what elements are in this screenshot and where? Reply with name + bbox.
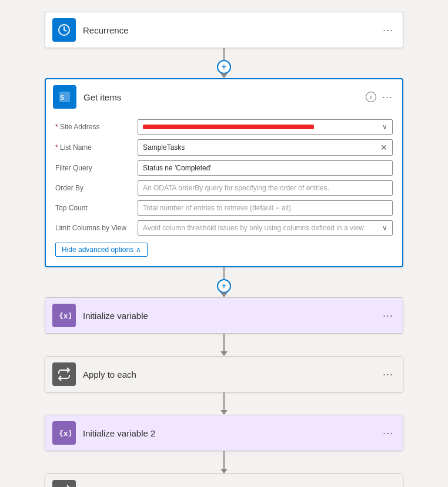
init-var2-more-icon: ··· xyxy=(383,427,393,439)
top-count-input[interactable]: Total number of entries to retrieve (def… xyxy=(138,200,393,216)
get-items-header: S Get items i ··· xyxy=(46,79,402,115)
init-var2-header: {x} Initialize variable 2 ··· xyxy=(45,415,403,451)
order-by-row: Order By An ODATA orderBy query for spec… xyxy=(55,180,393,196)
initialize-variable2-step: {x} Initialize variable 2 ··· xyxy=(45,415,403,451)
get-items-body: Site Address ∨ List Name SampleTasks ✕ F… xyxy=(46,115,402,266)
line-1 xyxy=(223,334,225,351)
connector-arrow-1 xyxy=(220,73,228,78)
list-name-value: SampleTasks xyxy=(143,143,185,152)
redacted-bar xyxy=(143,125,314,129)
apply-to-each-step: Apply to each ··· xyxy=(45,356,403,392)
do-until-actions: ··· xyxy=(380,483,396,488)
init-var-icon: {x} xyxy=(52,304,76,327)
top-count-label: Top Count xyxy=(55,204,138,212)
filter-query-row: Filter Query Status ne 'Completed' xyxy=(55,160,393,176)
svg-text:{x}: {x} xyxy=(59,429,71,438)
apply-each-icon xyxy=(52,362,76,386)
site-address-input[interactable]: ∨ xyxy=(138,119,393,135)
top-count-placeholder: Total number of entries to retrieve (def… xyxy=(143,204,293,212)
apply-each-title: Apply to each xyxy=(83,370,380,379)
connector-2: + xyxy=(217,267,231,297)
order-by-placeholder: An ODATA orderBy query for specifying th… xyxy=(143,184,329,192)
get-items-title: Get items xyxy=(83,92,366,102)
add-step-button-1[interactable]: + xyxy=(217,60,231,74)
recurrence-more-button[interactable]: ··· xyxy=(380,22,396,39)
list-name-row: List Name SampleTasks ✕ xyxy=(55,139,393,156)
limit-columns-row: Limit Columns by View Avoid column thres… xyxy=(55,220,393,236)
line-2 xyxy=(223,392,225,410)
init-var2-actions: ··· xyxy=(380,425,396,442)
recurrence-actions: ··· xyxy=(380,22,396,39)
flow-canvas: Recurrence ··· + S Get items i xyxy=(0,0,448,487)
apply-each-more-icon: ··· xyxy=(383,368,393,381)
init-var-title: Initialize variable xyxy=(83,311,380,321)
init-var2-icon: {x} xyxy=(52,421,76,445)
site-address-label: Site Address xyxy=(55,123,138,131)
recurrence-icon xyxy=(52,18,76,42)
more-dots-icon: ··· xyxy=(383,24,393,36)
advanced-options-label: Hide advanced options xyxy=(62,246,133,254)
init-var-header: {x} Initialize variable ··· xyxy=(45,298,403,333)
arrow-2 xyxy=(220,410,228,415)
limit-columns-label: Limit Columns by View xyxy=(55,224,138,232)
do-until-more-button[interactable]: ··· xyxy=(380,483,396,488)
hide-advanced-options-button[interactable]: Hide advanced options ∧ xyxy=(55,243,148,257)
order-by-label: Order By xyxy=(55,184,138,192)
limit-columns-chevron: ∨ xyxy=(382,224,387,232)
filter-query-input[interactable]: Status ne 'Completed' xyxy=(138,160,393,176)
add-step-button-2[interactable]: + xyxy=(217,279,231,293)
loop-icon xyxy=(57,367,71,381)
list-name-clear-button[interactable]: ✕ xyxy=(380,143,387,152)
arrow-3 xyxy=(220,469,228,473)
initialize-variable-step: {x} Initialize variable ··· xyxy=(45,297,403,334)
get-items-more-button[interactable]: ··· xyxy=(380,89,395,106)
list-name-input[interactable]: SampleTasks ✕ xyxy=(138,139,393,156)
filter-query-value: Status ne 'Completed' xyxy=(143,164,212,172)
connector-line-1 xyxy=(223,48,225,60)
init-var-more-icon: ··· xyxy=(383,310,393,322)
variable2-icon: {x} xyxy=(57,426,71,440)
sharepoint-icon: S xyxy=(58,90,72,104)
recurrence-header: Recurrence ··· xyxy=(45,12,403,48)
init-var2-title: Initialize variable 2 xyxy=(83,428,380,438)
get-items-actions: i ··· xyxy=(366,89,395,106)
variable-icon: {x} xyxy=(57,308,71,323)
top-count-row: Top Count Total number of entries to ret… xyxy=(55,200,393,216)
init-var-more-button[interactable]: ··· xyxy=(380,307,396,324)
order-by-input[interactable]: An ODATA orderBy query for specifying th… xyxy=(138,180,393,196)
recurrence-title: Recurrence xyxy=(83,25,380,35)
svg-text:{x}: {x} xyxy=(59,311,71,320)
do-until-loop-icon xyxy=(57,485,71,487)
simple-connector-1 xyxy=(220,334,228,356)
simple-connector-3 xyxy=(220,451,228,473)
apply-each-more-button[interactable]: ··· xyxy=(380,366,396,383)
recurrence-step: Recurrence ··· xyxy=(45,12,403,48)
get-items-icon: S xyxy=(53,85,76,109)
init-var2-more-button[interactable]: ··· xyxy=(380,425,396,442)
apply-each-header: Apply to each ··· xyxy=(45,357,403,392)
list-name-label: List Name xyxy=(55,143,138,152)
svg-text:S: S xyxy=(60,93,64,102)
arrow-1 xyxy=(220,351,228,356)
get-items-step: S Get items i ··· Site Address ∨ xyxy=(45,78,403,267)
clock-icon xyxy=(57,23,71,37)
do-until-icon xyxy=(52,480,76,487)
site-address-chevron: ∨ xyxy=(382,123,387,131)
caret-up-icon: ∧ xyxy=(136,246,141,254)
do-until-header: Do until ··· xyxy=(45,474,403,487)
connector-1: + xyxy=(217,48,231,78)
limit-columns-placeholder: Avoid column threshold issues by only us… xyxy=(143,224,364,232)
init-var-actions: ··· xyxy=(380,307,396,324)
line-3 xyxy=(223,451,225,469)
connector-arrow-2 xyxy=(220,293,228,297)
filter-query-label: Filter Query xyxy=(55,164,138,172)
get-items-more-icon: ··· xyxy=(382,91,393,103)
apply-each-actions: ··· xyxy=(380,366,396,383)
limit-columns-input[interactable]: Avoid column threshold issues by only us… xyxy=(138,220,393,236)
simple-connector-2 xyxy=(220,392,228,415)
do-until-step: Do until ··· xyxy=(45,473,403,487)
connector-line-2 xyxy=(223,267,225,279)
get-items-info-button[interactable]: i xyxy=(366,92,376,102)
site-address-row: Site Address ∨ xyxy=(55,119,393,135)
